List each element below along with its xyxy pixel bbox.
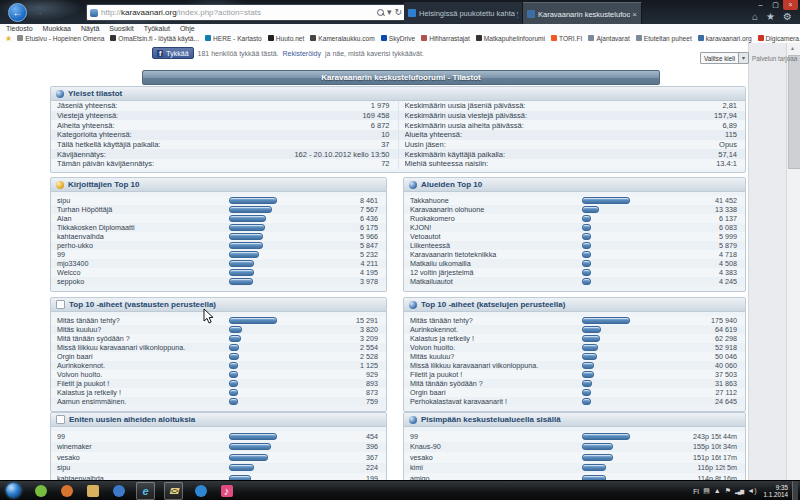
panel-title: Kirjoittajien Top 10 bbox=[68, 180, 139, 189]
bookmark-item[interactable]: Huuto.net bbox=[268, 35, 305, 42]
start-button[interactable] bbox=[6, 483, 21, 498]
taskbar-media-player-icon[interactable] bbox=[110, 483, 127, 499]
tab-title: Karavaanarin keskustelufoo... bbox=[538, 10, 630, 19]
register-link[interactable]: Rekisteröidy bbox=[282, 50, 321, 57]
scrollbar-thumb[interactable] bbox=[788, 55, 800, 169]
tab-favicon bbox=[527, 10, 535, 18]
close-button[interactable]: × bbox=[783, 0, 798, 10]
row-name: Filetit ja puukot ! bbox=[404, 370, 582, 379]
search-icon[interactable] bbox=[377, 6, 384, 19]
row-name: Knaus-90 bbox=[404, 442, 582, 451]
gear-icon[interactable]: ⚙ bbox=[783, 11, 792, 22]
row-name: 12 voltin järjestelmä bbox=[404, 268, 582, 277]
monitor-icon[interactable]: ▤ bbox=[703, 487, 710, 495]
menu-item[interactable]: Näytä bbox=[81, 25, 99, 32]
menu-item[interactable]: Muokkaa bbox=[43, 25, 71, 32]
facebook-like-count: 181 henkilöä tykkää tästä. bbox=[198, 50, 279, 57]
facebook-like-suffix: ja näe, mistä kaverisi tykkäävät. bbox=[325, 50, 424, 57]
chart-row: Mitäs kuuluu?50 046 bbox=[404, 352, 745, 361]
row-name: Alan bbox=[51, 214, 229, 223]
taskbar-clock[interactable]: 9:35 1.1.2014 bbox=[763, 484, 788, 498]
taskbar-internet-explorer-icon[interactable]: e bbox=[136, 482, 155, 500]
row-bar bbox=[229, 344, 239, 351]
chart-row: Mitä tänään syödään ?3 209 bbox=[51, 334, 386, 343]
favorites-bar-star-icon[interactable]: ★ bbox=[5, 34, 12, 43]
bookmark-item[interactable]: SkyDrive bbox=[381, 35, 415, 42]
address-bar[interactable]: http://karavaanari.org/index.php?action=… bbox=[86, 4, 406, 21]
bookmark-item[interactable]: Matkapuhelinfoorumi bbox=[476, 35, 545, 42]
network-icon[interactable]: ▂▄▆ bbox=[735, 488, 743, 494]
bookmark-item[interactable]: Hifiharrastajat bbox=[421, 35, 470, 42]
square-icon bbox=[56, 300, 65, 309]
address-dropdown-icon[interactable]: ▾ bbox=[387, 6, 392, 19]
action-center-flag-icon[interactable]: ⚑ bbox=[725, 487, 731, 495]
refresh-icon[interactable]: ↻ bbox=[394, 6, 402, 19]
menu-item[interactable]: Tiedosto bbox=[6, 25, 33, 32]
menu-item[interactable]: Työkalut bbox=[144, 25, 170, 32]
row-value: 3 978 bbox=[297, 277, 386, 286]
back-button[interactable]: ← bbox=[8, 3, 27, 22]
stat-row: Keskimäärin uusia jäseniä päivässä:2,81 bbox=[399, 101, 746, 111]
language-select[interactable]: Valitse kieli▾ bbox=[700, 52, 749, 64]
row-name: Mitä tänään syödään ? bbox=[51, 334, 229, 343]
forward-button[interactable]: → bbox=[30, 3, 47, 20]
row-bar-zone bbox=[229, 251, 297, 258]
taskbar-app-icon-green[interactable] bbox=[32, 483, 49, 499]
facebook-like-button[interactable]: fTykkää bbox=[152, 47, 194, 59]
vertical-scrollbar[interactable]: ▲ bbox=[786, 43, 800, 480]
bookmark-item[interactable]: Digicamera.net bbox=[758, 35, 800, 42]
taskbar-music-icon[interactable]: ♪ bbox=[218, 483, 235, 499]
show-desktop-button[interactable] bbox=[792, 481, 798, 500]
taskbar-folder-icon[interactable] bbox=[84, 483, 101, 499]
row-name: Perhokalastavat karavaanarit ! bbox=[404, 397, 582, 406]
bookmark-item[interactable]: HERE - Kartasto bbox=[205, 35, 262, 42]
taskbar-mail-icon[interactable]: ✉ bbox=[164, 482, 183, 500]
bookmark-item[interactable]: Kameralaukku.com bbox=[310, 35, 374, 42]
menu-item[interactable]: Suosikit bbox=[109, 25, 134, 32]
row-name: Tikkakosken Diplomaatti bbox=[51, 223, 229, 232]
row-name: vesako bbox=[404, 453, 582, 462]
scroll-up-icon[interactable]: ▲ bbox=[790, 45, 795, 51]
tray-expand-icon[interactable]: ▲ bbox=[714, 487, 721, 495]
row-bar bbox=[229, 371, 238, 378]
menu-item[interactable]: Ohje bbox=[180, 25, 195, 32]
language-indicator[interactable]: FI bbox=[693, 488, 699, 495]
chart-row: 12 voltin järjestelmä4 383 bbox=[404, 268, 745, 277]
bookmark-item[interactable]: Etusivu - Hopeinen Omena bbox=[17, 35, 104, 42]
row-bar-zone bbox=[229, 362, 297, 369]
row-name: winemaker bbox=[51, 442, 229, 451]
speaker-icon[interactable]: ◄) bbox=[747, 487, 756, 495]
bookmark-item[interactable]: OmaEtsin.fi - löytää käytä... bbox=[110, 35, 199, 42]
panel-title: Pisimpään keskustelualueella sisällä bbox=[421, 415, 561, 424]
chart-row: Volvon huolto.52 918 bbox=[404, 343, 745, 352]
row-name: Aurinkokennot. bbox=[51, 361, 229, 370]
taskbar-app-icon-phone[interactable] bbox=[58, 483, 75, 499]
panel-title: Alueiden Top 10 bbox=[421, 180, 482, 189]
bookmark-item[interactable]: Ajantavarat bbox=[588, 35, 629, 42]
row-bar-zone bbox=[582, 242, 650, 249]
chart-row: 99243p 15t 44m bbox=[404, 431, 745, 442]
row-name: kahtaenvaihda bbox=[51, 232, 229, 241]
browser-titlebar: ← → http://karavaanari.org/index.php?act… bbox=[0, 0, 800, 24]
home-icon[interactable]: ⌂ bbox=[752, 11, 758, 22]
bookmark-item[interactable]: Etuteltan puheet bbox=[636, 35, 692, 42]
chart-row: kimi116p 12t 5m bbox=[404, 463, 745, 474]
row-value: 27 112 bbox=[650, 388, 745, 397]
browser-tab[interactable]: Helsingissä puukotettu kahta y... bbox=[404, 2, 523, 24]
favorites-star-icon[interactable]: ★ bbox=[766, 11, 775, 22]
bookmark-item[interactable]: karavaanari.org bbox=[698, 35, 752, 42]
tab-close-icon[interactable]: × bbox=[632, 10, 637, 19]
browser-tab-active[interactable]: Karavaanarin keskustelufoo...× bbox=[523, 2, 642, 24]
minimize-button[interactable]: – bbox=[753, 0, 768, 10]
bookmark-item[interactable]: TORI.FI bbox=[551, 35, 582, 42]
chart-row: Aurinkokennot.64 619 bbox=[404, 325, 745, 334]
chart-row: Mitäs kuuluu?3 820 bbox=[51, 325, 386, 334]
row-name: Karavaanarin tietotekniikka bbox=[404, 250, 582, 259]
row-bar-zone bbox=[582, 344, 650, 351]
stat-value: 169 458 bbox=[362, 111, 389, 120]
chart-row: Knaus-90155p 10t 34m bbox=[404, 442, 745, 453]
taskbar-app-icon-blue[interactable] bbox=[192, 483, 209, 499]
row-value: 396 bbox=[297, 442, 386, 451]
clock-time: 9:35 bbox=[763, 484, 788, 491]
maximize-button[interactable]: ▢ bbox=[768, 0, 783, 10]
